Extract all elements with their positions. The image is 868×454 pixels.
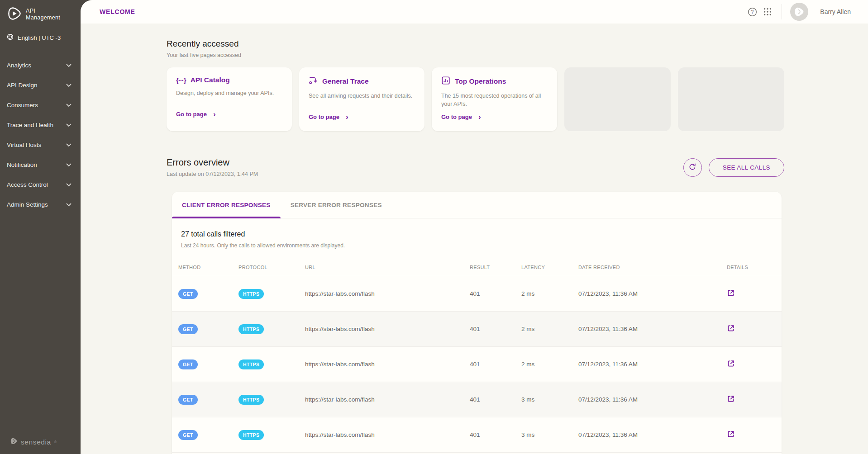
errors-last-update: Last update on 07/12/2023, 1:44 PM (167, 171, 258, 177)
result-cell: 401 (470, 431, 521, 438)
calls-summary: 27 total calls filtered Last 24 hours. O… (172, 218, 782, 249)
method-badge: GET (178, 324, 198, 334)
brand-name: sensedia (21, 438, 51, 446)
go-to-page-link[interactable]: Go to page › (176, 110, 282, 118)
open-details-button[interactable] (726, 429, 736, 440)
date-cell: 07/12/2023, 11:36 AM (578, 431, 721, 438)
chevron-down-icon (66, 142, 72, 148)
sidebar-item-virtual-hosts[interactable]: Virtual Hosts (0, 135, 81, 155)
table-row: GET HTTPS https://star-labs.com/flash 40… (172, 312, 782, 347)
card-description: See all arriving requests and their deta… (309, 92, 415, 109)
chevron-down-icon (66, 122, 72, 128)
open-details-button[interactable] (726, 288, 736, 299)
url-cell: https://star-labs.com/flash (305, 290, 470, 297)
topbar-divider (782, 4, 782, 19)
open-in-new-icon (727, 359, 735, 368)
app-logo: API Management (0, 0, 81, 23)
card-description: Design, deploy and manage your APIs. (176, 89, 282, 106)
chevron-down-icon (66, 82, 72, 89)
chevron-down-icon (66, 181, 72, 188)
sidebar-item-analytics[interactable]: Analytics (0, 55, 81, 75)
column-header-protocol: PROTOCOL (238, 265, 305, 270)
main-area: WELCOME ? (81, 0, 868, 454)
errors-overview-title: Errors overview (167, 157, 258, 168)
result-cell: 401 (470, 290, 521, 297)
method-badge: GET (178, 395, 198, 405)
sidebar-item-admin-settings[interactable]: Admin Settings (0, 194, 81, 214)
see-all-calls-button[interactable]: SEE ALL CALLS (709, 158, 784, 177)
tab-client-error-responses[interactable]: CLIENT ERROR RESPONSES (172, 192, 281, 218)
help-icon[interactable]: ? (744, 4, 760, 19)
trace-route-icon (309, 76, 318, 87)
calls-filter-note: Last 24 hours. Only the calls to allowed… (181, 242, 782, 249)
date-cell: 07/12/2023, 11:36 AM (578, 361, 721, 368)
play-logo-icon (7, 6, 22, 23)
code-braces-icon: {···} (176, 76, 186, 84)
sidebar-item-trace-and-health[interactable]: Trace and Health (0, 115, 81, 135)
user-menu[interactable]: Barry Allen (790, 3, 851, 21)
protocol-badge: HTTPS (238, 395, 264, 405)
url-cell: https://star-labs.com/flash (305, 396, 470, 403)
url-cell: https://star-labs.com/flash (305, 326, 470, 332)
apps-grid-icon[interactable] (760, 4, 775, 19)
column-header-latency: LATENCY (521, 265, 578, 270)
protocol-badge: HTTPS (238, 430, 264, 440)
sidebar-item-notification[interactable]: Notification (0, 155, 81, 175)
latency-cell: 3 ms (521, 431, 578, 438)
chevron-down-icon (66, 201, 72, 208)
app-title: API Management (26, 8, 60, 21)
table-row: GET HTTPS https://star-labs.com/flash 40… (172, 417, 782, 453)
globe-icon (7, 33, 14, 42)
open-details-button[interactable] (726, 323, 736, 335)
card-general-trace: General Trace See all arriving requests … (299, 67, 424, 131)
card-top-operations: Top Operations The 15 most requested ope… (432, 67, 557, 131)
protocol-badge: HTTPS (238, 359, 264, 369)
table-row: GET HTTPS https://star-labs.com/flash 40… (172, 347, 782, 382)
user-name: Barry Allen (820, 8, 851, 15)
table-body: GET HTTPS https://star-labs.com/flash 40… (172, 276, 782, 453)
open-in-new-icon (727, 324, 735, 332)
open-in-new-icon (727, 289, 735, 297)
date-cell: 07/12/2023, 11:36 AM (578, 290, 721, 297)
column-header-method: METHOD (178, 265, 238, 270)
result-cell: 401 (470, 361, 521, 368)
date-cell: 07/12/2023, 11:36 AM (578, 396, 721, 403)
go-to-page-link[interactable]: Go to page › (309, 113, 415, 121)
error-tabs: CLIENT ERROR RESPONSES SERVER ERROR RESP… (172, 192, 782, 218)
column-header-date-received: DATE RECEIVED (578, 265, 721, 270)
latency-cell: 2 ms (521, 326, 578, 332)
sidebar: API Management English | UTC -3 Analytic… (0, 0, 81, 454)
open-details-button[interactable] (726, 359, 736, 370)
sidebar-item-api-design[interactable]: API Design (0, 75, 81, 95)
sidebar-nav: Analytics API Design Consumers Trace and… (0, 55, 81, 214)
card-title: API Catalog (191, 76, 230, 84)
card-placeholder (564, 67, 671, 131)
open-details-button[interactable] (726, 394, 736, 405)
sidebar-item-access-control[interactable]: Access Control (0, 175, 81, 194)
card-title: Top Operations (455, 77, 506, 85)
avatar (790, 3, 808, 21)
refresh-button[interactable] (683, 158, 702, 177)
svg-text:?: ? (751, 9, 754, 14)
result-cell: 401 (470, 326, 521, 332)
recent-cards-row: {···} API Catalog Design, deploy and man… (167, 67, 784, 131)
card-placeholder (678, 67, 784, 131)
card-api-catalog: {···} API Catalog Design, deploy and man… (167, 67, 292, 131)
sidebar-item-consumers[interactable]: Consumers (0, 95, 81, 115)
url-cell: https://star-labs.com/flash (305, 361, 470, 368)
method-badge: GET (178, 430, 198, 440)
latency-cell: 3 ms (521, 396, 578, 403)
chevron-down-icon (66, 161, 72, 168)
latency-cell: 2 ms (521, 361, 578, 368)
go-to-page-link[interactable]: Go to page › (441, 113, 548, 121)
refresh-icon (688, 163, 696, 172)
tab-server-error-responses[interactable]: SERVER ERROR RESPONSES (281, 192, 392, 218)
table-header-row: METHOD PROTOCOL URL RESULT LATENCY DATE … (172, 258, 782, 276)
locale-label: English | UTC -3 (18, 34, 61, 41)
topbar: WELCOME ? (81, 0, 868, 24)
locale-selector[interactable]: English | UTC -3 (0, 33, 81, 42)
open-in-new-icon (727, 430, 735, 438)
card-title: General Trace (322, 77, 369, 85)
column-header-url: URL (305, 265, 470, 270)
protocol-badge: HTTPS (238, 324, 264, 334)
